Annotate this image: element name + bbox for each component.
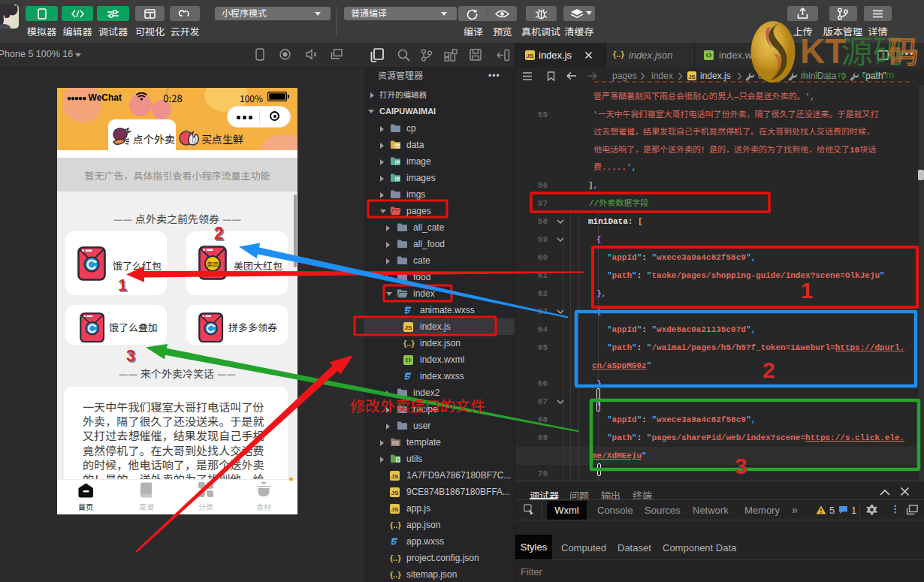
svg-text:JS: JS <box>391 490 399 496</box>
svg-text:JS: JS <box>405 324 412 331</box>
svg-text:JS: JS <box>527 53 534 59</box>
svg-text:JS: JS <box>391 473 399 480</box>
svg-text:美团: 美团 <box>207 260 219 268</box>
svg-text:JS: JS <box>391 506 399 513</box>
svg-text:JS: JS <box>688 74 695 80</box>
